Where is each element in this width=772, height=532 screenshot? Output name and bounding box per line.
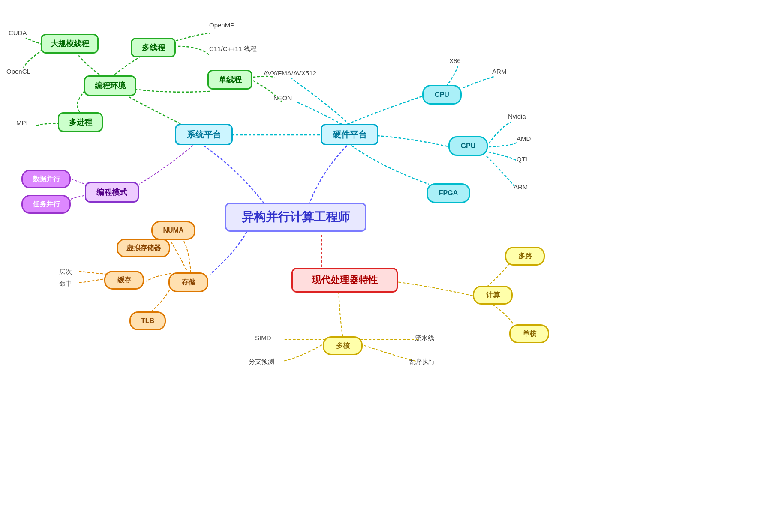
cache-node: 缓存 bbox=[104, 271, 144, 290]
x86-label: X86 bbox=[449, 57, 461, 64]
virtual-storage-node: 虚拟存储器 bbox=[117, 239, 170, 257]
mpi-label: MPI bbox=[16, 119, 28, 126]
single-thread-node: 单线程 bbox=[207, 70, 252, 90]
arm-cpu-label: ARM bbox=[492, 68, 506, 75]
arm-gpu-label: ARM bbox=[514, 183, 528, 191]
gpu-node: GPU bbox=[448, 136, 488, 156]
cpu-node: CPU bbox=[422, 85, 462, 105]
cuda-label: CUDA bbox=[9, 29, 27, 36]
multi-process-node: 多进程 bbox=[58, 112, 103, 132]
modern-processor-node: 现代处理器特性 bbox=[291, 268, 398, 293]
openmp-label: OpenMP bbox=[209, 21, 234, 29]
hardware-platform-node: 硬件平台 bbox=[321, 124, 378, 145]
compute-node: 计算 bbox=[473, 286, 513, 305]
system-platform-node: 系统平台 bbox=[175, 124, 233, 145]
multi-thread-node: 多线程 bbox=[131, 38, 176, 57]
multi-path-node: 多路 bbox=[505, 247, 545, 266]
programming-mode-node: 编程模式 bbox=[85, 182, 139, 203]
data-parallel-node: 数据并行 bbox=[21, 170, 71, 188]
nvidia-label: Nvidia bbox=[508, 113, 526, 120]
pipeline-label: 流水线 bbox=[415, 334, 434, 342]
task-parallel-node: 任务并行 bbox=[21, 195, 71, 214]
ooo-exec-label: 乱序执行 bbox=[409, 358, 435, 366]
storage-node: 存储 bbox=[168, 272, 208, 292]
numa-node: NUMA bbox=[151, 221, 195, 240]
hierarchy-label: 层次 bbox=[59, 268, 72, 276]
programming-env-node: 编程环境 bbox=[84, 75, 136, 96]
qti-label: QTI bbox=[517, 155, 527, 163]
amd-label: AMD bbox=[517, 135, 531, 142]
single-core-node: 单核 bbox=[509, 324, 549, 343]
simd-label: SIMD bbox=[255, 334, 271, 341]
opencl-label: OpenCL bbox=[6, 68, 30, 75]
branch-pred-label: 分支预测 bbox=[249, 358, 274, 366]
large-thread-node: 大规模线程 bbox=[41, 34, 99, 54]
avx-label: AVX/FMA/AVX512 bbox=[264, 69, 316, 77]
tlb-node: TLB bbox=[129, 311, 166, 330]
fpga-node: FPGA bbox=[427, 183, 470, 203]
multi-core-node: 多核 bbox=[323, 336, 363, 355]
main-node: 异构并行计算工程师 bbox=[225, 203, 366, 232]
neon-label: NEON bbox=[273, 94, 292, 102]
hit-label: 命中 bbox=[59, 280, 72, 288]
c11-thread-label: C11/C++11 线程 bbox=[209, 45, 257, 53]
